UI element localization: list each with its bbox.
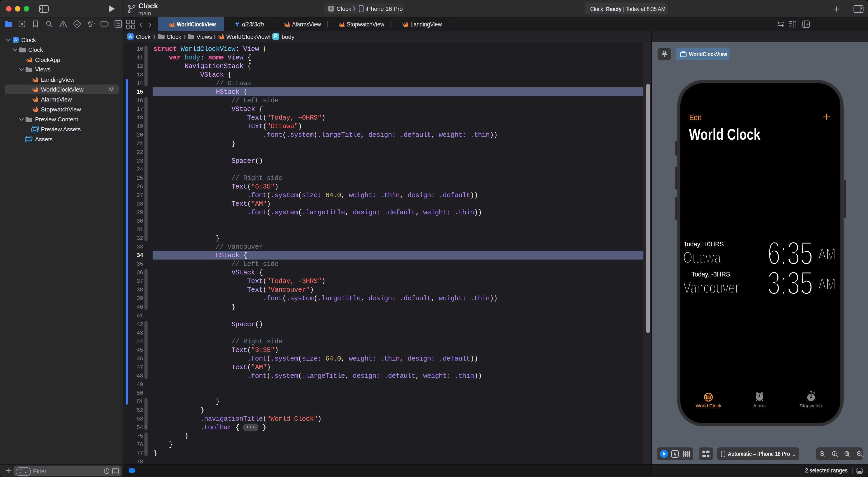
svg-text:1: 1 bbox=[834, 452, 835, 455]
